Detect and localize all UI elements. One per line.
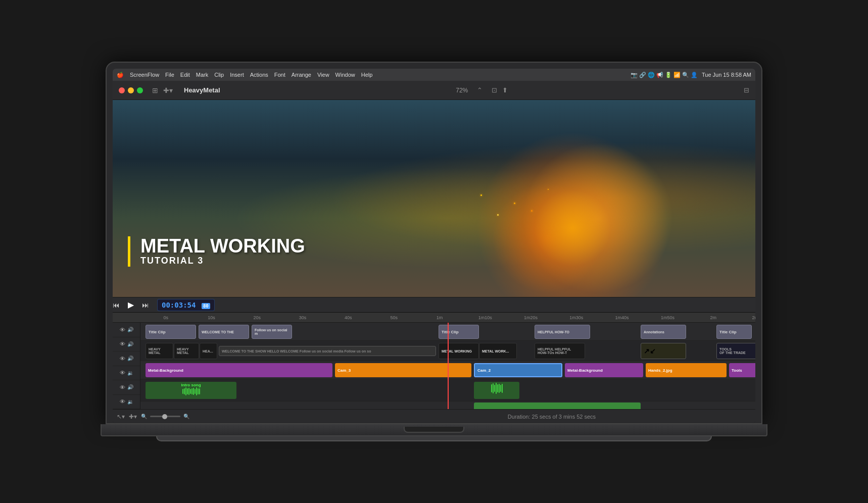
clip-metal-working2[interactable]: METAL WORK...: [479, 343, 517, 359]
laptop-bottom-bar: [156, 436, 712, 441]
track-controls: 👁 🔊 👁 🔊 👁 🔊: [113, 323, 140, 409]
clip-title-4[interactable]: Title Clip: [439, 325, 479, 339]
menu-file[interactable]: File: [165, 72, 174, 78]
clip-helpful[interactable]: HELPFUL HELPFULHOW-TOs HOW-T: [535, 343, 585, 359]
clip-cam2[interactable]: Cam_2: [474, 363, 562, 377]
clip-audio-mid[interactable]: [474, 382, 519, 399]
maximize-button[interactable]: [137, 87, 143, 93]
zoom-out-icon[interactable]: 🔍: [141, 414, 147, 419]
clip-intro-label: Intro song: [181, 383, 201, 387]
ruler-mark-20s: 20s: [234, 315, 280, 320]
track-control-1: 👁 🔊: [113, 323, 140, 337]
track-control-6: 👁 🔉: [113, 395, 140, 410]
clip-tools-label: TOOLSOF THE TRADE: [719, 347, 746, 355]
track-volume-icon-2[interactable]: 🔊: [127, 341, 133, 347]
fast-forward-button[interactable]: ⏭: [142, 301, 149, 309]
play-button[interactable]: ▶: [128, 300, 134, 310]
screen-bezel: 🍎 ScreenFlow File Edit Mark Clip Insert …: [106, 62, 762, 424]
menu-insert[interactable]: Insert: [230, 72, 244, 78]
track-control-4: 👁 🔉: [113, 366, 140, 381]
track-control-2: 👁 🔊: [113, 337, 140, 352]
track-volume-icon-6[interactable]: 🔉: [127, 399, 133, 405]
track-volume-icon-4[interactable]: 🔉: [127, 370, 133, 376]
clip-label-3: Follow us on social m: [255, 328, 289, 335]
menu-help[interactable]: Help: [361, 72, 373, 78]
zoom-in-icon[interactable]: 🔍: [183, 414, 189, 419]
add-clip-button[interactable]: ✚▾: [129, 413, 137, 420]
clip-title-5[interactable]: HELPFUL HOW-TO: [535, 325, 590, 339]
track-visible-icon-4[interactable]: 👁: [120, 370, 125, 376]
clip-label-6: Annotations: [644, 330, 664, 334]
clip-metal-bg2[interactable]: Metal-Background: [565, 363, 643, 377]
timeline-toolbar: ↖▾ ✚▾ 🔍 🔍 Duration: 25 secs of 3 mins 52…: [113, 409, 755, 423]
clip-cam3-green[interactable]: Cam_3: [474, 403, 641, 409]
arrow-tool[interactable]: ↖▾: [117, 413, 125, 420]
waveform-intro: [182, 387, 200, 395]
clip-thumb-heavy[interactable]: HEAVYMETAL: [146, 343, 173, 359]
clip-thumb-heavy2[interactable]: HEAVYMETAL: [174, 343, 199, 359]
menu-font[interactable]: Font: [274, 72, 285, 78]
clip-cam3[interactable]: Cam_3: [335, 363, 471, 377]
timecode-display: 00:03:54 80: [157, 299, 215, 311]
layout-icon[interactable]: ⊟: [744, 86, 749, 94]
menu-window[interactable]: Window: [335, 72, 355, 78]
clip-title-1[interactable]: Title Clip: [146, 325, 196, 339]
track-visible-icon[interactable]: 👁: [120, 327, 125, 333]
clip-tools2-label: Tools: [732, 368, 742, 373]
minimize-button[interactable]: [128, 87, 134, 93]
clip-title-7[interactable]: Title Clip: [716, 325, 752, 339]
clip-tools2[interactable]: Tools: [729, 363, 755, 377]
apple-menu[interactable]: 🍎: [117, 72, 124, 78]
menu-actions[interactable]: Actions: [250, 72, 268, 78]
ruler-mark-30s: 30s: [280, 315, 325, 320]
clip-title-6[interactable]: Annotations: [641, 325, 686, 339]
track-visible-icon-2[interactable]: 👁: [120, 341, 125, 347]
clip-label-heavy2: HEAVYMETAL: [177, 347, 189, 355]
clip-text-track[interactable]: WELCOME TO THE SHOW HELLO WELCOME Follow…: [219, 346, 436, 356]
track-volume-icon-3[interactable]: 🔊: [127, 356, 133, 361]
menu-view[interactable]: View: [317, 72, 329, 78]
clip-title-3[interactable]: Follow us on social m: [252, 325, 292, 339]
document-title: HeavyMetal: [184, 86, 220, 94]
share-icon[interactable]: ⬆: [502, 86, 508, 94]
clip-title-2[interactable]: WELCOME TO THE: [199, 325, 249, 339]
ruler-mark-1m30s: 1m30s: [554, 315, 599, 320]
track-volume-icon-5[interactable]: 🔊: [127, 384, 133, 390]
menu-clip[interactable]: Clip: [214, 72, 224, 78]
title-bar-accent: [128, 236, 130, 267]
track-visible-icon-6[interactable]: 👁: [120, 398, 125, 405]
clip-tools[interactable]: TOOLSOF THE TRADE: [716, 343, 755, 359]
zoom-slider-track[interactable]: [150, 416, 180, 417]
menu-screenflow[interactable]: ScreenFlow: [130, 72, 159, 78]
menu-mark[interactable]: Mark: [196, 72, 208, 78]
clip-intro-song[interactable]: Intro song: [146, 382, 236, 399]
track-visible-icon-3[interactable]: 👁: [120, 356, 125, 362]
system-icons: 📷 🔗 🌐 📢 🔋 📶 🔍 👤: [631, 72, 698, 78]
close-button[interactable]: [119, 87, 125, 93]
clip-hands[interactable]: Hands_2.jpg: [646, 363, 727, 377]
titlebar: ⊞ ✚▾ HeavyMetal 72% ⌃ ⊡ ⬆ ⊟: [113, 81, 755, 100]
clip-metal-working[interactable]: METAL WORKING: [439, 343, 479, 359]
clip-metal-bg[interactable]: Metal-Background: [146, 363, 332, 377]
clip-thumb-hea[interactable]: HEA...: [200, 343, 217, 359]
track-control-5: 👁 🔊: [113, 380, 140, 395]
rewind-button[interactable]: ⏮: [113, 301, 120, 309]
add-icon[interactable]: ✚▾: [163, 86, 173, 94]
menu-arrange[interactable]: Arrange: [292, 72, 311, 78]
laptop-base: [101, 424, 767, 436]
clip-arrows[interactable]: ↗↙: [641, 343, 686, 359]
clip-label-7: Title Clip: [719, 330, 737, 334]
crop-icon[interactable]: ⊡: [492, 86, 497, 94]
clip-label-mw: METAL WORKING: [442, 349, 472, 353]
ruler-mark-2m: 2m: [691, 315, 736, 320]
ruler-marks: 0s 10s 20s 30s 40s 50s 1m 1m10s 1m20s 1m…: [143, 315, 755, 320]
track-visible-icon-5[interactable]: 👁: [120, 384, 125, 390]
duration-label: Duration: 25 secs of 3 mins 52 secs: [194, 414, 755, 420]
menu-edit[interactable]: Edit: [180, 72, 190, 78]
clip-cam3-green-label: Cam_3: [476, 409, 490, 410]
playhead[interactable]: [448, 323, 449, 409]
video-preview: METAL WORKING TUTORIAL 3: [113, 100, 755, 297]
zoom-stepper[interactable]: ⌃: [477, 86, 483, 94]
track-volume-icon[interactable]: 🔊: [127, 327, 133, 332]
spark-4: [548, 189, 549, 190]
